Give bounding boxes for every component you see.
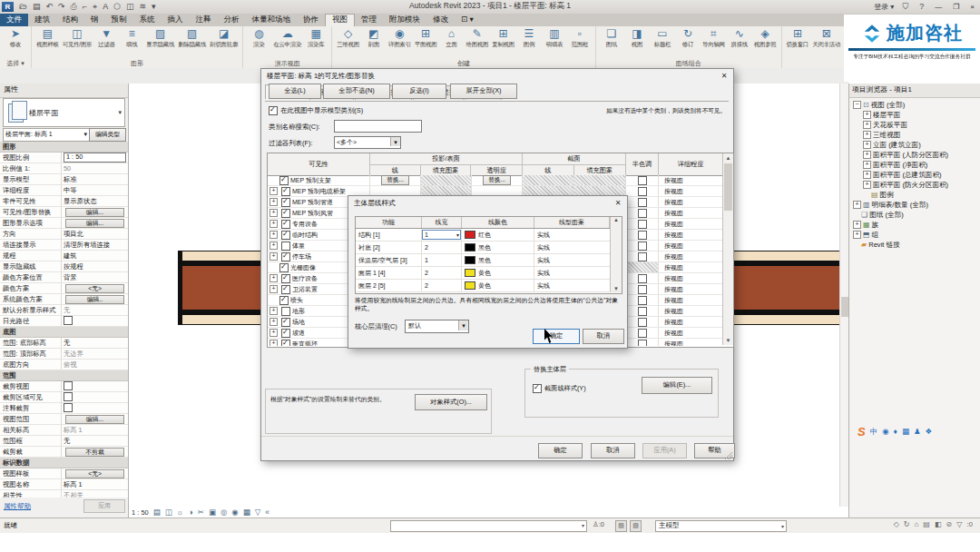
layer-pattern-cell[interactable]: 实线 xyxy=(534,280,610,291)
help-icon[interactable]: ? xyxy=(919,1,924,13)
category-checkbox[interactable] xyxy=(281,329,290,338)
detail-level-cell[interactable]: 按视图 xyxy=(659,219,722,229)
temporary-hide-icon[interactable]: ◎ xyxy=(220,508,227,517)
filters-tool[interactable]: ▼过滤器 xyxy=(95,27,117,49)
layer-function-cell[interactable]: 结构 [1] xyxy=(356,229,422,241)
press-drag-icon[interactable]: ▧ xyxy=(615,520,627,532)
plan-views-tool[interactable]: ⊞平面视图 xyxy=(415,27,437,49)
reveal-hidden-icon[interactable]: ◉ xyxy=(231,508,238,517)
view-tool[interactable]: ◨视图 xyxy=(626,27,648,49)
sun-settings-icon[interactable]: ☼ xyxy=(177,508,184,517)
cut-profile-tool[interactable]: ◪剖切面轮廓 xyxy=(210,27,238,49)
property-group-底图[interactable]: 底图 xyxy=(0,327,128,338)
switch-windows-tool[interactable]: ⊞切换窗口 xyxy=(787,27,809,49)
category-checkbox[interactable] xyxy=(281,307,290,316)
revisions-tool[interactable]: ↻修订 xyxy=(677,27,699,49)
property-input[interactable]: 1 : 50 xyxy=(64,153,126,163)
minimize-button[interactable]: — xyxy=(932,3,945,11)
show-hidden-lines-tool[interactable]: ▨显示隐藏线 xyxy=(146,27,174,49)
halftone-cell[interactable] xyxy=(626,339,659,346)
section-icon[interactable]: ◫ xyxy=(126,1,134,13)
shadows-icon[interactable]: ◑ xyxy=(189,508,193,517)
layer-pattern-cell[interactable]: 实线 xyxy=(534,254,610,266)
cancel-button[interactable]: 取消 xyxy=(583,329,624,344)
close-icon[interactable]: ✕ xyxy=(609,196,627,210)
resize-grip[interactable] xyxy=(725,452,732,459)
property-value[interactable]: 编辑.. xyxy=(62,294,128,304)
open-icon[interactable]: 🗁 xyxy=(19,1,27,13)
col-visibility[interactable]: 可见性 xyxy=(268,153,370,175)
projection-pattern-cell[interactable] xyxy=(421,175,472,185)
expand-icon[interactable]: + xyxy=(270,274,278,282)
cancel-button[interactable]: 取消 xyxy=(591,443,635,458)
category-checkbox[interactable] xyxy=(281,220,290,229)
halftone-checkbox[interactable] xyxy=(638,176,647,185)
expand-icon[interactable]: + xyxy=(270,198,278,206)
halftone-cell[interactable] xyxy=(626,208,659,218)
halftone-cell[interactable] xyxy=(626,175,659,185)
expand-icon[interactable]: + xyxy=(853,201,861,209)
invert-button[interactable]: 反选(I) xyxy=(392,84,446,99)
expand-icon[interactable]: + xyxy=(270,329,278,337)
halftone-cell[interactable] xyxy=(626,295,659,305)
scroll-down-icon[interactable]: ▼ xyxy=(611,286,622,291)
show-model-categories-checkbox[interactable] xyxy=(269,106,278,115)
detail-level-cell[interactable]: 按视图 xyxy=(659,230,722,240)
render-cloud-tool[interactable]: ☁在云中渲染 xyxy=(273,27,301,49)
property-value[interactable]: 1 : 50 xyxy=(62,153,128,163)
expand-icon[interactable]: + xyxy=(853,231,861,239)
tree-item[interactable]: +面积平面 (防火分区面积) xyxy=(849,180,980,190)
property-value[interactable]: 编辑... xyxy=(62,414,128,424)
col-detail-level[interactable]: 详细程度 xyxy=(659,153,722,175)
property-value[interactable]: 编辑... xyxy=(62,207,128,217)
halftone-checkbox[interactable] xyxy=(638,187,647,196)
worksets-icon[interactable]: ▤ xyxy=(923,520,930,528)
customize-icon[interactable]: ▾ xyxy=(152,1,156,13)
temporary-view-properties-icon[interactable]: ▦ xyxy=(243,508,250,517)
tree-item[interactable]: +▥明细表/数量 (全部) xyxy=(849,200,980,210)
scroll-down-icon[interactable]: ▼ xyxy=(723,336,733,345)
ribbon-tab-管理[interactable]: 管理 xyxy=(355,14,383,26)
property-value[interactable]: 编辑... xyxy=(62,218,128,228)
thin-lines-icon[interactable]: ≋ xyxy=(140,1,147,13)
section-tool[interactable]: ◩剖面 xyxy=(363,27,385,49)
line-weight-dropdown[interactable]: 1▾ xyxy=(422,230,461,240)
halftone-checkbox[interactable] xyxy=(638,318,647,327)
cut-pattern-cell[interactable] xyxy=(574,175,626,185)
layer-weight-cell[interactable]: 2 xyxy=(422,267,462,279)
expand-icon[interactable]: + xyxy=(863,111,871,119)
expand-icon[interactable]: + xyxy=(270,209,278,217)
cut-lines-cell[interactable] xyxy=(523,175,574,185)
render-gallery-tool[interactable]: ▦渲染库 xyxy=(305,27,327,49)
view-reference-tool[interactable]: ◈视图参照 xyxy=(754,27,777,49)
elevation-tool[interactable]: ⌂立面 xyxy=(440,27,462,49)
ribbon-tab-协作[interactable]: 协作 xyxy=(297,14,325,26)
property-edit-button[interactable]: 编辑.. xyxy=(65,295,124,304)
category-checkbox[interactable] xyxy=(281,198,290,207)
ok-button[interactable]: 确定 xyxy=(533,329,580,344)
col-cut-patterns[interactable]: 填充图案 xyxy=(574,165,626,175)
tree-item[interactable]: ▰Revit 链接 xyxy=(849,240,980,250)
layer-pattern-cell[interactable]: 实线 xyxy=(534,267,610,279)
detail-level-cell[interactable]: 按视图 xyxy=(659,186,722,196)
detail-level-cell[interactable]: 按视图 xyxy=(659,262,722,272)
property-value[interactable]: <无> xyxy=(62,283,128,293)
detail-level-icon[interactable]: ▤ xyxy=(153,508,161,517)
layer-color-cell[interactable]: 黄色 xyxy=(462,267,534,279)
show-model-categories-row[interactable]: 在此视图中显示模型类别(S) xyxy=(269,106,363,115)
tree-item[interactable]: +三维视图 xyxy=(849,130,980,140)
property-checkbox[interactable] xyxy=(64,403,73,412)
layer-weight-cell[interactable]: 2 xyxy=(422,242,462,253)
layer-function-cell[interactable]: 衬底 [2] xyxy=(356,242,422,253)
object-styles-button[interactable]: 对象样式(O)... xyxy=(415,394,487,410)
property-edit-button[interactable]: 不剪裁 xyxy=(65,448,124,457)
layer-color-cell[interactable]: 黄色 xyxy=(462,280,534,291)
crop-view-icon[interactable]: ✂ xyxy=(198,508,204,517)
close-button[interactable]: × xyxy=(967,3,977,11)
ribbon-tab-文件[interactable]: 文件 xyxy=(0,14,28,26)
category-name-cell[interactable]: MEP 预制支架 xyxy=(268,175,370,185)
property-value[interactable] xyxy=(62,403,128,413)
layer-pattern-cell[interactable]: 实线 xyxy=(534,229,610,241)
halftone-checkbox[interactable] xyxy=(638,296,647,305)
ribbon-tab-视图[interactable]: 视图 xyxy=(325,14,355,26)
